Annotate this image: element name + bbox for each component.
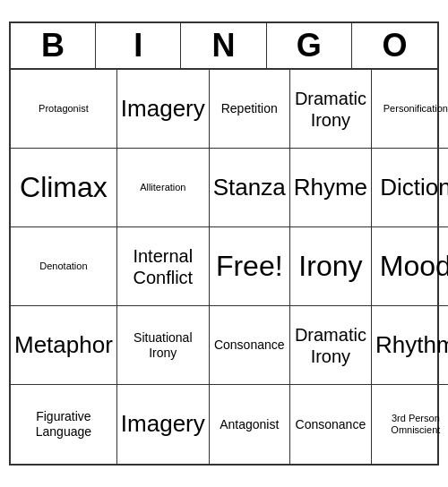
bingo-cell-text-2: Repetition [221,101,278,116]
header-letter-I: I [96,23,181,68]
bingo-cell-16: Situational Irony [117,306,210,385]
bingo-cell-text-22: Antagonist [220,417,279,432]
bingo-cell-text-10: Denotation [39,261,87,272]
bingo-cell-19: Rhythm [372,306,448,385]
bingo-cell-17: Consonance [210,306,290,385]
bingo-cell-text-15: Metaphor [14,331,113,359]
bingo-cell-text-12: Free! [216,249,283,283]
bingo-cell-13: Irony [290,227,372,306]
bingo-cell-0: Protagonist [11,70,117,149]
header-letter-G: G [267,23,352,68]
header-letter-O: O [352,23,437,68]
bingo-cell-21: Imagery [117,385,210,464]
bingo-cell-text-8: Rhyme [294,174,367,201]
bingo-grid: ProtagonistImageryRepetitionDramatic Iro… [11,70,437,464]
bingo-cell-11: Internal Conflict [117,227,210,306]
bingo-cell-2: Repetition [210,70,290,149]
bingo-cell-1: Imagery [117,70,210,149]
bingo-cell-text-19: Rhythm [375,331,448,359]
bingo-cell-12: Free! [210,227,290,306]
bingo-cell-8: Rhyme [290,149,372,227]
bingo-cell-text-11: Internal Conflict [121,245,205,288]
bingo-cell-23: Consonance [290,385,372,464]
bingo-cell-text-4: Personification [383,103,448,115]
bingo-cell-24: 3rd Person Omniscient [372,385,448,464]
bingo-cell-text-14: Mood [380,249,448,283]
bingo-cell-text-21: Imagery [121,410,205,438]
bingo-cell-text-20: Figurative Language [14,409,113,440]
bingo-cell-7: Stanza [210,149,290,227]
header-letter-N: N [181,23,266,68]
bingo-cell-10: Denotation [11,227,117,306]
bingo-cell-9: Diction [372,149,448,227]
bingo-cell-20: Figurative Language [11,385,117,464]
bingo-cell-text-6: Alliteration [140,182,185,193]
bingo-cell-22: Antagonist [210,385,290,464]
bingo-cell-5: Climax [11,149,117,227]
bingo-cell-3: Dramatic Irony [290,70,372,149]
bingo-cell-18: Dramatic Irony [290,306,372,385]
header-letter-B: B [11,23,96,68]
bingo-cell-text-7: Stanza [213,174,286,201]
bingo-cell-text-16: Situational Irony [121,330,205,361]
bingo-cell-text-17: Consonance [214,337,285,353]
bingo-cell-4: Personification [372,70,448,149]
bingo-cell-text-1: Imagery [121,95,205,123]
bingo-cell-14: Mood [372,227,448,306]
bingo-cell-text-18: Dramatic Irony [294,324,367,367]
bingo-cell-text-24: 3rd Person Omniscient [375,413,448,436]
bingo-cell-text-3: Dramatic Irony [294,88,367,131]
bingo-cell-text-5: Climax [20,170,108,204]
bingo-cell-text-23: Consonance [296,417,366,432]
bingo-header: BINGO [11,23,437,70]
bingo-cell-text-0: Protagonist [39,103,89,115]
bingo-cell-6: Alliteration [117,149,210,227]
bingo-card: BINGO ProtagonistImageryRepetitionDramat… [9,21,439,466]
bingo-cell-text-9: Diction [380,174,448,201]
bingo-cell-text-13: Irony [298,249,362,283]
bingo-cell-15: Metaphor [11,306,117,385]
